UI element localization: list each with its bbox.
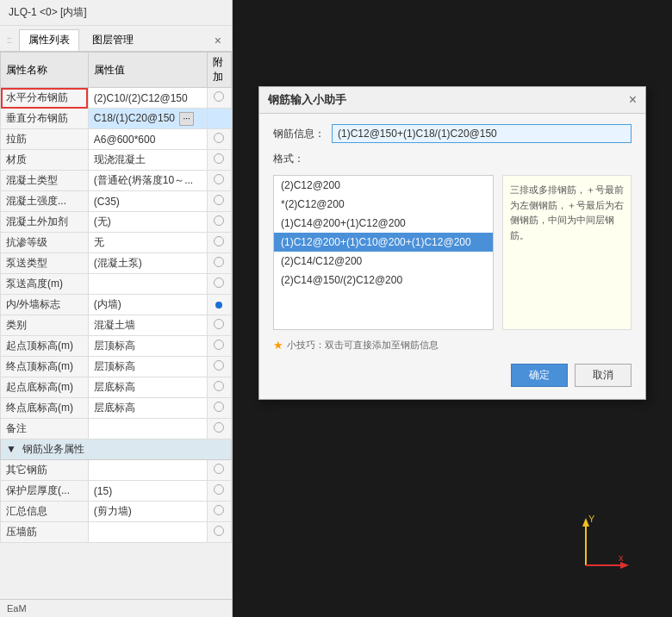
prop-value-cell: 层底标高 [88, 398, 207, 419]
prop-name-cell: 类别 [1, 315, 89, 336]
add-circle-icon[interactable] [214, 402, 224, 412]
format-list-item[interactable]: *(2)C12@200 [274, 195, 493, 214]
prop-add-cell [207, 233, 231, 253]
prop-add-cell [207, 150, 231, 171]
prop-value-cell[interactable]: C18/(1)C20@150 ··· [88, 109, 207, 129]
format-label-row: 格式： [273, 152, 632, 166]
format-list-item[interactable]: (2)C14@150/(2)C12@200 [274, 271, 493, 290]
table-row: 抗渗等级 无 [1, 233, 232, 253]
confirm-button[interactable]: 确定 [511, 364, 568, 387]
panel-close-button[interactable]: × [211, 34, 225, 47]
table-row: 垂直分布钢筋 C18/(1)C20@150 ··· [1, 109, 232, 129]
add-circle-icon[interactable] [214, 526, 224, 536]
add-circle-icon[interactable] [214, 505, 224, 515]
prop-value-cell: 混凝土墙 [88, 315, 207, 336]
prop-name-cell: 材质 [1, 150, 89, 171]
rebar-input-dialog: 钢筋输入小助手 × 钢筋信息： 格式： (2)C12@200*(2)C12@20… [258, 86, 646, 400]
ellipsis-button[interactable]: ··· [179, 112, 193, 126]
format-label: 格式： [273, 152, 316, 166]
prop-add-cell [207, 336, 231, 357]
prop-add-cell [207, 357, 231, 377]
prop-add-cell [207, 129, 231, 150]
prop-value-text: C18/(1)C20@150 [94, 112, 175, 124]
prop-add-cell [207, 295, 231, 315]
tab-property-list[interactable]: 属性列表 [19, 29, 79, 51]
prop-value-cell [88, 460, 207, 481]
table-row: 泵送类型 (混凝土泵) [1, 253, 232, 274]
format-list-item[interactable]: (2)C14/C12@200 [274, 252, 493, 271]
hint-box: 三排或多排钢筋，＋号最前为左侧钢筋，＋号最后为右侧钢筋，中间为中间层钢筋。 [502, 175, 632, 330]
table-row: 材质 现浇混凝土 [1, 150, 232, 171]
table-row: 汇总信息 (剪力墙) [1, 502, 232, 522]
add-circle-icon[interactable] [214, 195, 224, 205]
table-row: 泵送高度(m) [1, 274, 232, 295]
add-circle-icon[interactable] [214, 257, 224, 267]
add-circle-icon[interactable] [214, 236, 224, 246]
table-row: 水平分布钢筋 (2)C10/(2)C12@150 [1, 88, 232, 109]
dialog-content-area: (2)C12@200*(2)C12@200(1)C14@200+(1)C12@2… [273, 175, 632, 330]
svg-text:x: x [619, 552, 624, 563]
table-row: 混凝土强度... (C35) [1, 191, 232, 212]
prop-name-cell: 起点顶标高(m) [1, 336, 89, 357]
prop-add-cell [207, 419, 231, 439]
table-row: 拉筋 A6@600*600 [1, 129, 232, 150]
col-header-value: 属性值 [88, 53, 207, 88]
table-row: ▼ 钢筋业务属性 [1, 439, 232, 460]
rebar-info-label: 钢筋信息： [273, 127, 325, 141]
add-circle-icon[interactable] [214, 464, 224, 474]
prop-name-cell: 拉筋 [1, 129, 89, 150]
prop-add-cell [207, 253, 231, 274]
title-bar: JLQ-1 <0> [内墙] [0, 0, 232, 26]
add-circle-icon[interactable] [214, 133, 224, 143]
add-circle-icon[interactable] [214, 319, 224, 329]
prop-value-cell: (2)C10/(2)C12@150 [88, 88, 207, 109]
blue-dot-icon [215, 302, 222, 308]
prop-value-cell [88, 274, 207, 295]
format-list-item[interactable]: (2)C12@200 [274, 176, 493, 195]
add-circle-icon[interactable] [214, 484, 224, 495]
table-row: 混凝土类型 (普通砼(坍落度10～... [1, 171, 232, 191]
prop-value-cell: (无) [88, 212, 207, 233]
prop-value-cell: 现浇混凝土 [88, 150, 207, 171]
prop-value-cell: 层底标高 [88, 377, 207, 398]
add-circle-icon[interactable] [214, 381, 224, 391]
prop-add-cell [207, 171, 231, 191]
prop-add-cell [207, 191, 231, 212]
prop-name-cell: 抗渗等级 [1, 233, 89, 253]
prop-value-cell: A6@600*600 [88, 129, 207, 150]
bottom-label: EaM [7, 603, 27, 614]
prop-name-cell: 混凝土类型 [1, 171, 89, 191]
prop-value-cell [88, 522, 207, 543]
prop-name-cell: 终点底标高(m) [1, 398, 89, 419]
add-circle-icon[interactable] [214, 215, 224, 226]
add-circle-icon[interactable] [214, 340, 224, 350]
add-circle-icon[interactable] [214, 174, 224, 184]
prop-name-cell: 混凝土强度... [1, 191, 89, 212]
add-circle-icon[interactable] [214, 422, 224, 433]
cancel-button[interactable]: 取消 [575, 364, 632, 387]
table-row: 保护层厚度(... (15) [1, 481, 232, 502]
drag-handle: :: [7, 35, 12, 45]
table-row: 终点顶标高(m) 层顶标高 [1, 357, 232, 377]
section-title: 钢筋业务属性 [22, 443, 84, 455]
dialog-close-button[interactable]: × [629, 93, 637, 107]
col-header-name: 属性名称 [1, 53, 89, 88]
prop-value-cell: (普通砼(坍落度10～... [88, 171, 207, 191]
prop-add-cell [207, 377, 231, 398]
prop-value-cell: (15) [88, 481, 207, 502]
prop-name-cell: 汇总信息 [1, 502, 89, 522]
add-circle-icon[interactable] [214, 91, 224, 102]
tip-text: 小技巧：双击可直接添加至钢筋信息 [287, 339, 439, 352]
add-circle-icon[interactable] [214, 153, 224, 164]
format-list-item[interactable]: (1)C14@200+(1)C12@200 [274, 214, 493, 233]
prop-value-cell: (混凝土泵) [88, 253, 207, 274]
add-circle-icon[interactable] [214, 277, 224, 288]
add-circle-icon[interactable] [214, 360, 224, 371]
tab-layer-manage[interactable]: 图层管理 [83, 29, 143, 51]
prop-value-cell: (C35) [88, 191, 207, 212]
prop-name-cell: 水平分布钢筋 [1, 88, 89, 109]
format-list-item[interactable]: (1)C12@200+(1)C10@200+(1)C12@200 [274, 233, 493, 252]
prop-value-cell: 无 [88, 233, 207, 253]
prop-name-cell: 压墙筋 [1, 522, 89, 543]
rebar-info-input[interactable] [332, 124, 632, 143]
